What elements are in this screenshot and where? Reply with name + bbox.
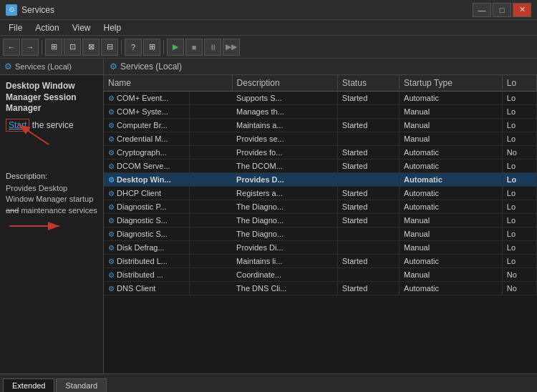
sidebar-icon: ⚙ (4, 62, 12, 72)
table-row[interactable]: ⚙Diagnostic P...The Diagno...StartedAuto… (104, 200, 537, 214)
title-bar-left: ⚙ Services (6, 4, 54, 16)
service-loc-cell: No (502, 268, 536, 282)
pause-button[interactable]: ⏸ (204, 39, 221, 56)
service-startup-cell: Automatic (400, 200, 503, 214)
desc-arrow-area (6, 219, 97, 233)
service-icon: ⚙ (108, 258, 115, 265)
menu-view[interactable]: View (67, 21, 97, 34)
service-desc-cell: Provides D... (232, 173, 337, 187)
toolbar-sep-2 (121, 40, 122, 54)
sidebar-desc-title: Description: (6, 172, 97, 180)
service-name-cell: ⚙DNS Client (104, 282, 190, 295)
toolbar-btn-2[interactable]: ⊡ (64, 39, 81, 56)
service-loc-cell: Lo (502, 200, 536, 214)
main-header-icon: ⚙ (110, 62, 117, 72)
toolbar-btn-5[interactable]: ⊞ (143, 39, 160, 56)
menu-action[interactable]: Action (29, 21, 64, 34)
table-row[interactable]: ⚙Credential M...Provides se...ManualLo (104, 132, 537, 146)
table-row[interactable]: ⚙DHCP ClientRegisters a...StartedAutomat… (104, 187, 537, 200)
service-desc-cell: Registers a... (232, 187, 337, 200)
service-desc-cell: Supports S... (232, 92, 337, 105)
service-startup-cell: Automatic (400, 187, 503, 200)
close-button[interactable]: ✕ (513, 3, 531, 17)
service-desc-cell: Provides Di... (232, 241, 337, 255)
service-status-cell: Started (337, 200, 399, 214)
service-desc-cell: Provides se... (232, 132, 337, 146)
service-loc-cell: Lo (502, 132, 536, 146)
service-status-cell: Started (337, 146, 399, 160)
service-icon: ⚙ (108, 203, 115, 211)
table-row[interactable]: ⚙Computer Br...Maintains a...StartedManu… (104, 119, 537, 132)
service-status-cell: Started (337, 119, 399, 132)
service-desc-cell: Maintains a... (232, 119, 337, 132)
service-startup-cell: Manual (400, 214, 503, 227)
table-row[interactable]: ⚙Diagnostic S...The Diagno...ManualLo (104, 227, 537, 241)
table-row[interactable]: ⚙Disk Defrag...Provides Di...ManualLo (104, 241, 537, 255)
table-row[interactable]: ⚙Desktop Win...Provides D...AutomaticLo (104, 173, 537, 187)
back-button[interactable]: ← (3, 39, 20, 56)
table-row[interactable]: ⚙DNS ClientThe DNS Cli...StartedAutomati… (104, 282, 537, 295)
service-name-cell: ⚙DHCP Client (104, 187, 190, 200)
service-status-cell: Started (337, 187, 399, 200)
service-name: Desktop Win... (117, 175, 171, 184)
service-icon: ⚙ (108, 176, 115, 184)
table-row[interactable]: ⚙COM+ Event...Supports S...StartedAutoma… (104, 92, 537, 105)
menu-help[interactable]: Help (98, 21, 127, 34)
service-loc-cell: Lo (502, 119, 536, 132)
table-header: Name Description Status Startup Type Lo (104, 75, 537, 92)
table-row[interactable]: ⚙COM+ Syste...Manages th...ManualLo (104, 105, 537, 119)
col-name: Name (104, 75, 232, 92)
help-button[interactable]: ? (125, 39, 142, 56)
toolbar-btn-1[interactable]: ⊞ (45, 39, 62, 56)
arrow-area (6, 139, 97, 167)
service-loc-cell: Lo (502, 227, 536, 241)
menu-file[interactable]: File (3, 21, 28, 34)
tab-standard[interactable]: Standard (56, 378, 107, 392)
service-name-cell: ⚙Diagnostic P... (104, 200, 190, 213)
service-startup-cell: Automatic (400, 173, 503, 187)
service-name: Distributed ... (117, 270, 163, 279)
table-row[interactable]: ⚙Cryptograph...Provides fo...StartedAuto… (104, 146, 537, 160)
service-desc-cell: Provides fo... (232, 146, 337, 160)
service-name: Diagnostic S... (117, 230, 168, 238)
forward-button[interactable]: → (21, 39, 39, 56)
col-loc: Lo (502, 75, 536, 92)
toolbar-btn-3[interactable]: ⊠ (82, 39, 100, 56)
minimize-button[interactable]: — (473, 3, 491, 17)
service-startup-cell: Automatic (400, 160, 503, 173)
service-name-cell: ⚙COM+ Syste... (104, 105, 190, 118)
table-row[interactable]: ⚙Diagnostic S...The Diagno...StartedManu… (104, 214, 537, 227)
table-row[interactable]: ⚙Distributed ...Coordinate...ManualNo (104, 268, 537, 282)
stop-button[interactable]: ■ (185, 39, 203, 56)
desc-arrow-svg (2, 219, 74, 233)
table-row[interactable]: ⚙Distributed L...Maintains li...StartedA… (104, 255, 537, 268)
service-status-cell (337, 268, 399, 282)
restart-button[interactable]: ▶▶ (223, 39, 240, 56)
service-loc-cell: Lo (502, 105, 536, 119)
services-table[interactable]: Name Description Status Startup Type Lo … (104, 75, 537, 373)
toolbar-btn-4[interactable]: ⊟ (101, 39, 118, 56)
play-button[interactable]: ▶ (167, 39, 184, 56)
bottom-tabs: Extended Standard (0, 373, 537, 392)
arrow-svg (6, 117, 63, 146)
service-status-cell: Started (337, 214, 399, 227)
service-name: Diagnostic S... (117, 216, 168, 225)
service-name-cell: ⚙Desktop Win... (104, 173, 190, 186)
toolbar-sep-1 (42, 40, 42, 54)
service-name-cell: ⚙Diagnostic S... (104, 214, 190, 227)
title-bar: ⚙ Services — □ ✕ (0, 0, 537, 20)
desc-part1: Provides Desktop Window Manager startup (6, 184, 93, 203)
service-name: COM+ Syste... (117, 107, 168, 116)
service-loc-cell: Lo (502, 160, 536, 173)
main-header: ⚙ Services (Local) (104, 59, 537, 75)
service-loc-cell: Lo (502, 173, 536, 187)
service-icon: ⚙ (108, 244, 115, 252)
service-loc-cell: Lo (502, 187, 536, 200)
service-name-cell: ⚙Computer Br... (104, 119, 190, 132)
tab-extended[interactable]: Extended (3, 378, 54, 392)
service-name: DHCP Client (117, 189, 161, 197)
service-startup-cell: Automatic (400, 255, 503, 268)
service-name-cell: ⚙Distributed ... (104, 268, 190, 281)
table-row[interactable]: ⚙DCOM Serve...The DCOM...StartedAutomati… (104, 160, 537, 173)
maximize-button[interactable]: □ (493, 3, 511, 17)
